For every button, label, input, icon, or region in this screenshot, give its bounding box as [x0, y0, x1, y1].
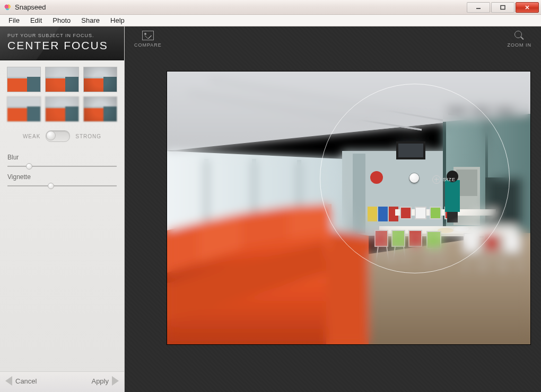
image-preview[interactable]: SIZE — [167, 72, 530, 344]
tool-subtitle: PUT YOUR SUBJECT IN FOCUS. — [7, 33, 117, 38]
zoom-icon — [514, 31, 524, 40]
apply-button[interactable]: Apply — [91, 376, 119, 386]
preset-thumb[interactable] — [7, 96, 41, 122]
toggle-label-weak: WEAK — [23, 133, 40, 139]
compare-button[interactable]: COMPARE — [134, 31, 162, 48]
menu-photo[interactable]: Photo — [47, 15, 76, 25]
arrow-right-icon — [112, 376, 119, 386]
menu-edit[interactable]: Edit — [25, 15, 47, 25]
svg-rect-1 — [501, 5, 505, 9]
preset-thumb[interactable] — [7, 67, 41, 92]
cancel-button[interactable]: Cancel — [5, 376, 37, 386]
preset-grid — [0, 60, 124, 127]
apply-label: Apply — [91, 377, 109, 385]
menu-share[interactable]: Share — [76, 15, 105, 25]
toggle-label-strong: STRONG — [75, 133, 101, 139]
preset-thumb[interactable] — [45, 67, 79, 92]
compare-icon — [142, 31, 154, 40]
maximize-button[interactable] — [491, 2, 514, 13]
tool-header: PUT YOUR SUBJECT IN FOCUS. CENTER FOCUS — [0, 26, 124, 60]
window-title: Snapseed — [15, 3, 46, 11]
preset-thumb[interactable] — [83, 67, 117, 92]
tool-title: CENTER FOCUS — [7, 39, 117, 52]
slider-group: Blur Vignette — [0, 148, 124, 192]
sidebar: PUT YOUR SUBJECT IN FOCUS. CENTER FOCUS … — [0, 26, 125, 392]
zoom-label: ZOOM IN — [508, 42, 532, 48]
slider-handle[interactable] — [26, 163, 32, 170]
vignette-slider[interactable] — [7, 182, 117, 190]
compare-label: COMPARE — [134, 42, 162, 48]
vignette-label: Vignette — [7, 173, 117, 181]
blur-slider[interactable] — [7, 163, 117, 170]
menu-help[interactable]: Help — [105, 15, 130, 25]
preset-thumb[interactable] — [45, 96, 79, 122]
slider-handle[interactable] — [48, 183, 54, 189]
slider-track — [7, 166, 117, 167]
minimize-button[interactable] — [467, 2, 490, 13]
zoom-in-button[interactable]: ZOOM IN — [508, 31, 532, 48]
toggle-knob[interactable] — [46, 131, 56, 140]
blur-label: Blur — [7, 154, 117, 161]
app-logo-icon — [3, 3, 12, 12]
arrow-left-icon — [5, 376, 12, 386]
canvas-toolbar: COMPARE ZOOM IN — [125, 26, 541, 52]
canvas-area: COMPARE ZOOM IN — [125, 26, 541, 392]
menu-file[interactable]: File — [3, 15, 25, 25]
cancel-label: Cancel — [15, 377, 37, 385]
sidebar-footer: Cancel Apply — [0, 371, 124, 392]
menu-bar: File Edit Photo Share Help — [0, 15, 541, 26]
slider-track — [7, 185, 117, 186]
strength-toggle-row: WEAK STRONG — [0, 127, 124, 148]
close-button[interactable] — [516, 2, 539, 13]
preset-thumb[interactable] — [83, 96, 117, 122]
window-titlebar: Snapseed — [0, 0, 541, 15]
strength-toggle[interactable] — [46, 130, 70, 142]
